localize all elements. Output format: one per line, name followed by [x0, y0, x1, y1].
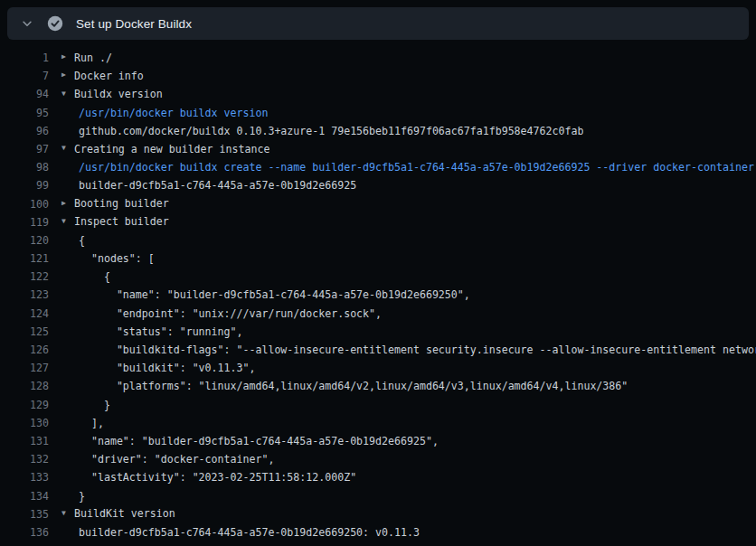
log-line: 123 "name": "builder-d9cfb5a1-c764-445a-… — [0, 286, 756, 304]
group-collapse-icon[interactable]: ▼ — [61, 85, 74, 103]
log-text: "name": "builder-d9cfb5a1-c764-445a-a57e… — [49, 432, 439, 450]
log-viewer: 1▶Run ./7▶Docker info94▼Buildx version95… — [0, 40, 756, 541]
log-text: builder-d9cfb5a1-c764-445a-a57e-0b19d2e6… — [49, 176, 356, 194]
line-number[interactable]: 134 — [0, 487, 49, 505]
log-line-text: builder-d9cfb5a1-c764-445a-a57e-0b19d2e6… — [79, 526, 420, 539]
log-text: { — [49, 268, 110, 286]
log-group-header[interactable]: ▶Docker info — [49, 67, 144, 86]
line-number[interactable]: 133 — [0, 468, 49, 486]
line-number[interactable]: 119 — [0, 213, 49, 231]
log-line-text: Inspect builder — [74, 215, 169, 228]
log-line-text: { — [79, 234, 85, 247]
log-text: { — [49, 231, 85, 249]
line-number[interactable]: 98 — [0, 158, 49, 176]
log-line-text: BuildKit version — [74, 507, 175, 520]
log-line: 130 ], — [0, 414, 756, 432]
log-line: 135▼BuildKit version — [0, 505, 756, 523]
line-number[interactable]: 97 — [0, 140, 49, 158]
step-title: Set up Docker Buildx — [76, 17, 192, 31]
log-group-header[interactable]: ▼Inspect builder — [49, 212, 169, 231]
log-group-header[interactable]: ▼BuildKit version — [49, 504, 175, 523]
line-number[interactable]: 94 — [0, 85, 49, 103]
log-group-header[interactable]: ▼Buildx version — [49, 85, 163, 104]
log-line-text: /usr/bin/docker buildx version — [79, 107, 268, 119]
log-line-text: "name": "builder-d9cfb5a1-c764-445a-a57e… — [79, 288, 470, 301]
log-line: 136builder-d9cfb5a1-c764-445a-a57e-0b19d… — [0, 523, 756, 541]
log-text: ], — [49, 414, 104, 432]
group-expand-icon[interactable]: ▶ — [61, 49, 74, 67]
log-line: 132 "driver": "docker-container", — [0, 450, 756, 468]
log-line-text: "endpoint": "unix:///var/run/docker.sock… — [79, 307, 382, 320]
log-line-text: Booting builder — [74, 197, 169, 210]
line-number[interactable]: 95 — [0, 104, 49, 122]
chevron-down-icon[interactable] — [20, 16, 34, 31]
line-number[interactable]: 121 — [0, 249, 49, 268]
log-line: 95/usr/bin/docker buildx version — [0, 104, 756, 122]
line-number[interactable]: 136 — [0, 523, 49, 541]
log-text: github.com/docker/buildx 0.10.3+azure-1 … — [49, 122, 583, 140]
line-number[interactable]: 7 — [0, 67, 49, 85]
log-group-header[interactable]: ▶Run ./ — [49, 49, 112, 68]
log-line-text: "buildkit": "v0.11.3", — [79, 362, 255, 374]
line-number[interactable]: 132 — [0, 450, 49, 468]
log-text: /usr/bin/docker buildx create --name bui… — [49, 158, 754, 176]
log-line: 120{ — [0, 231, 756, 249]
line-number[interactable]: 125 — [0, 323, 49, 341]
group-expand-icon[interactable]: ▶ — [61, 194, 74, 212]
log-line-text: { — [79, 270, 110, 283]
log-text: "buildkit": "v0.11.3", — [49, 359, 255, 377]
log-line: 122 { — [0, 268, 756, 286]
log-line-text: "platforms": "linux/amd64,linux/amd64/v2… — [79, 380, 628, 392]
log-line: 131 "name": "builder-d9cfb5a1-c764-445a-… — [0, 432, 756, 450]
log-line-text: } — [79, 399, 110, 411]
log-text: "endpoint": "unix:///var/run/docker.sock… — [49, 305, 382, 323]
log-line: 1▶Run ./ — [0, 49, 756, 67]
line-number[interactable]: 126 — [0, 341, 49, 359]
line-number[interactable]: 120 — [0, 231, 49, 249]
log-text: /usr/bin/docker buildx version — [49, 104, 268, 122]
log-text: "status": "running", — [49, 323, 242, 341]
log-text: "nodes": [ — [49, 249, 155, 268]
log-line: 129 } — [0, 396, 756, 414]
log-line: 127 "buildkit": "v0.11.3", — [0, 359, 756, 377]
line-number[interactable]: 100 — [0, 195, 49, 213]
line-number[interactable]: 130 — [0, 414, 49, 432]
log-line: 126 "buildkitd-flags": "--allow-insecure… — [0, 341, 756, 359]
line-number[interactable]: 99 — [0, 176, 49, 194]
line-number[interactable]: 128 — [0, 377, 49, 395]
line-number[interactable]: 1 — [0, 49, 49, 67]
log-group-header[interactable]: ▶Booting builder — [49, 194, 169, 213]
line-number[interactable]: 127 — [0, 359, 49, 377]
log-line: 124 "endpoint": "unix:///var/run/docker.… — [0, 305, 756, 323]
group-expand-icon[interactable]: ▶ — [61, 67, 74, 85]
log-line-text: "nodes": [ — [79, 252, 155, 265]
log-group-header[interactable]: ▼Creating a new builder instance — [49, 140, 269, 159]
log-line: 121 "nodes": [ — [0, 249, 756, 268]
log-line: 97▼Creating a new builder instance — [0, 140, 756, 158]
log-line-text: "buildkitd-flags": "--allow-insecure-ent… — [79, 344, 756, 356]
log-line-text: Run ./ — [74, 52, 112, 64]
log-line: 125 "status": "running", — [0, 323, 756, 341]
line-number[interactable]: 123 — [0, 286, 49, 304]
line-number[interactable]: 131 — [0, 432, 49, 450]
group-collapse-icon[interactable]: ▼ — [61, 504, 74, 522]
line-number[interactable]: 122 — [0, 268, 49, 286]
log-line: 7▶Docker info — [0, 67, 756, 85]
check-circle-icon — [47, 15, 63, 32]
log-line-text: "driver": "docker-container", — [79, 453, 274, 466]
line-number[interactable]: 124 — [0, 305, 49, 323]
line-number[interactable]: 96 — [0, 122, 49, 140]
line-number[interactable]: 129 — [0, 396, 49, 414]
log-text: "driver": "docker-container", — [49, 450, 274, 468]
log-line: 98/usr/bin/docker buildx create --name b… — [0, 158, 756, 176]
line-number[interactable]: 135 — [0, 505, 49, 523]
log-text: builder-d9cfb5a1-c764-445a-a57e-0b19d2e6… — [49, 523, 420, 541]
log-line-text: "lastActivity": "2023-02-25T11:58:12.000… — [79, 471, 356, 484]
log-text: "lastActivity": "2023-02-25T11:58:12.000… — [49, 468, 356, 486]
log-line: 100▶Booting builder — [0, 195, 756, 213]
group-collapse-icon[interactable]: ▼ — [61, 140, 74, 158]
group-collapse-icon[interactable]: ▼ — [61, 212, 74, 231]
log-text: } — [49, 487, 85, 505]
step-header[interactable]: Set up Docker Buildx — [7, 7, 749, 40]
log-line: 119▼Inspect builder — [0, 213, 756, 231]
